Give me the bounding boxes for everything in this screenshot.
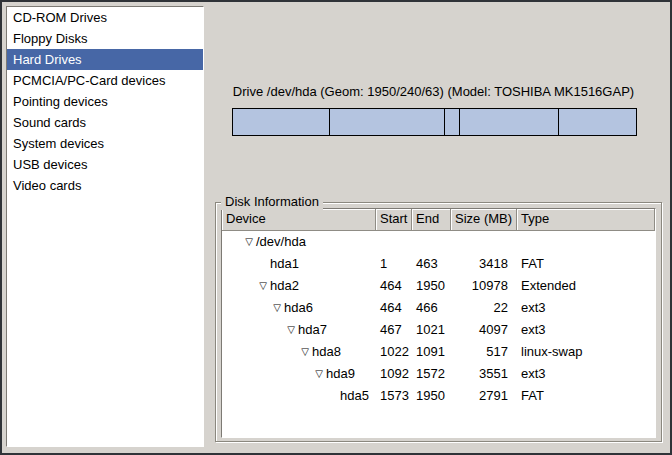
table-row[interactable]: ▽/dev/hda [222, 231, 655, 253]
type-cell: Extended [517, 275, 655, 297]
type-cell: ext3 [517, 297, 655, 319]
start-cell: 1 [376, 253, 412, 275]
sidebar-item[interactable]: Video cards [7, 175, 203, 196]
type-cell: ext3 [517, 319, 655, 341]
type-cell: FAT [517, 253, 655, 275]
device-label: hda6 [284, 297, 313, 319]
partition-divider [558, 109, 559, 135]
type-cell [517, 231, 655, 253]
column-header[interactable]: Size (MB) [451, 209, 517, 231]
hardware-browser-window: CD-ROM DrivesFloppy DisksHard DrivesPCMC… [0, 0, 672, 455]
table-row[interactable]: ▽hda9109215723551ext3 [222, 363, 655, 385]
end-cell: 1572 [412, 363, 451, 385]
end-cell [412, 231, 451, 253]
table-row[interactable]: ▽hda746710214097ext3 [222, 319, 655, 341]
end-cell: 1950 [412, 275, 451, 297]
table-row[interactable]: ▽hda810221091517linux-swap [222, 341, 655, 363]
column-header[interactable]: Start [376, 209, 412, 231]
device-label: hda8 [312, 341, 341, 363]
expander-icon[interactable]: ▽ [284, 319, 298, 341]
sidebar-item[interactable]: Pointing devices [7, 91, 203, 112]
device-category-list[interactable]: CD-ROM DrivesFloppy DisksHard DrivesPCMC… [6, 6, 204, 447]
start-cell [376, 231, 412, 253]
start-cell: 464 [376, 275, 412, 297]
end-cell: 1950 [412, 385, 451, 407]
expander-icon[interactable]: ▽ [242, 231, 256, 253]
partition-table-header: DeviceStartEndSize (MB)Type [222, 209, 655, 231]
start-cell: 1092 [376, 363, 412, 385]
start-cell: 1573 [376, 385, 412, 407]
table-row[interactable]: ▽hda2464195010978Extended [222, 275, 655, 297]
size-cell: 22 [451, 297, 517, 319]
size-cell: 2791 [451, 385, 517, 407]
size-cell: 4097 [451, 319, 517, 341]
device-label: hda9 [326, 363, 355, 385]
size-cell: 10978 [451, 275, 517, 297]
table-row[interactable]: hda114633418FAT [222, 253, 655, 275]
end-cell: 466 [412, 297, 451, 319]
table-row[interactable]: ▽hda646446622ext3 [222, 297, 655, 319]
sidebar-item[interactable]: CD-ROM Drives [7, 7, 203, 28]
sidebar-item[interactable]: Floppy Disks [7, 28, 203, 49]
device-label: hda2 [270, 275, 299, 297]
device-label: hda7 [298, 319, 327, 341]
sidebar-item[interactable]: USB devices [7, 154, 203, 175]
column-header[interactable]: End [412, 209, 451, 231]
sidebar-item[interactable]: Hard Drives [7, 49, 203, 70]
device-label: /dev/hda [256, 231, 306, 253]
end-cell: 1021 [412, 319, 451, 341]
sidebar-item[interactable]: System devices [7, 133, 203, 154]
expander-icon[interactable]: ▽ [256, 275, 270, 297]
table-row[interactable]: hda5157319502791FAT [222, 385, 655, 407]
type-cell: ext3 [517, 363, 655, 385]
drive-geometry-title: Drive /dev/hda (Geom: 1950/240/63) (Mode… [230, 84, 637, 100]
partition-bar [232, 108, 637, 136]
expander-icon[interactable]: ▽ [312, 363, 326, 385]
device-label: hda1 [270, 253, 299, 275]
column-header[interactable]: Type [517, 209, 655, 231]
device-label: hda5 [340, 385, 369, 407]
size-cell [451, 231, 517, 253]
sidebar-item[interactable]: PCMCIA/PC-Card devices [7, 70, 203, 91]
expander-icon[interactable]: ▽ [298, 341, 312, 363]
size-cell: 3418 [451, 253, 517, 275]
size-cell: 3551 [451, 363, 517, 385]
partition-divider [329, 109, 330, 135]
partition-table-body: ▽/dev/hdahda114633418FAT▽hda246419501097… [222, 231, 655, 407]
start-cell: 464 [376, 297, 412, 319]
partition-divider [459, 109, 460, 135]
start-cell: 467 [376, 319, 412, 341]
type-cell: linux-swap [517, 341, 655, 363]
type-cell: FAT [517, 385, 655, 407]
column-header[interactable]: Device [222, 209, 376, 231]
expander-icon[interactable]: ▽ [270, 297, 284, 319]
size-cell: 517 [451, 341, 517, 363]
partition-table[interactable]: DeviceStartEndSize (MB)Type ▽/dev/hdahda… [221, 208, 656, 438]
partition-divider [444, 109, 445, 135]
start-cell: 1022 [376, 341, 412, 363]
end-cell: 463 [412, 253, 451, 275]
end-cell: 1091 [412, 341, 451, 363]
sidebar-item[interactable]: Sound cards [7, 112, 203, 133]
disk-information-label: Disk Information [221, 194, 323, 210]
